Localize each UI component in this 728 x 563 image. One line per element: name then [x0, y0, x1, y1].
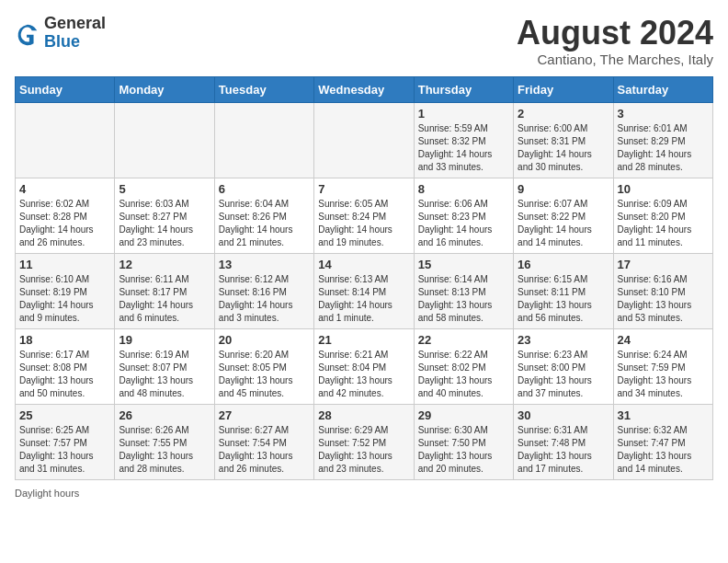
day-number: 8 [418, 182, 509, 196]
day-info: Sunrise: 6:21 AM Sunset: 8:04 PM Dayligh… [318, 349, 409, 400]
day-number: 31 [618, 408, 709, 422]
day-info: Sunrise: 6:09 AM Sunset: 8:20 PM Dayligh… [618, 198, 709, 249]
day-info: Sunrise: 6:07 AM Sunset: 8:22 PM Dayligh… [518, 198, 609, 249]
logo-general: General [44, 15, 106, 33]
day-info: Sunrise: 6:19 AM Sunset: 8:07 PM Dayligh… [119, 349, 210, 400]
week-row-5: 25Sunrise: 6:25 AM Sunset: 7:57 PM Dayli… [16, 404, 713, 479]
day-number: 22 [418, 333, 509, 347]
footer-daylight: Daylight hours [15, 488, 713, 499]
calendar-cell: 22Sunrise: 6:22 AM Sunset: 8:02 PM Dayli… [414, 328, 513, 404]
calendar-cell: 23Sunrise: 6:23 AM Sunset: 8:00 PM Dayli… [514, 328, 613, 404]
day-info: Sunrise: 6:31 AM Sunset: 7:48 PM Dayligh… [518, 424, 609, 476]
calendar-cell: 20Sunrise: 6:20 AM Sunset: 8:05 PM Dayli… [214, 328, 313, 404]
weekday-header-thursday: Thursday [414, 76, 513, 102]
day-number: 14 [318, 258, 409, 271]
calendar-cell: 5Sunrise: 6:03 AM Sunset: 8:27 PM Daylig… [115, 178, 214, 253]
day-number: 5 [119, 182, 210, 196]
weekday-header-row: SundayMondayTuesdayWednesdayThursdayFrid… [16, 76, 713, 102]
day-number: 29 [418, 408, 509, 422]
day-number: 24 [618, 333, 709, 347]
day-number: 18 [19, 333, 110, 347]
day-info: Sunrise: 6:03 AM Sunset: 8:27 PM Dayligh… [119, 198, 210, 249]
calendar-cell: 11Sunrise: 6:10 AM Sunset: 8:19 PM Dayli… [16, 253, 115, 328]
calendar-cell: 7Sunrise: 6:05 AM Sunset: 8:24 PM Daylig… [314, 178, 414, 253]
day-number: 11 [19, 258, 110, 271]
day-number: 30 [518, 408, 609, 422]
day-number: 6 [219, 182, 310, 196]
day-info: Sunrise: 6:04 AM Sunset: 8:26 PM Dayligh… [219, 198, 310, 249]
weekday-header-sunday: Sunday [16, 76, 115, 102]
day-number: 7 [318, 182, 409, 196]
logo: General Blue [15, 15, 106, 52]
day-number: 12 [119, 258, 210, 271]
day-number: 17 [618, 258, 709, 271]
calendar-cell: 21Sunrise: 6:21 AM Sunset: 8:04 PM Dayli… [314, 328, 414, 404]
day-info: Sunrise: 6:32 AM Sunset: 7:47 PM Dayligh… [618, 424, 709, 476]
day-info: Sunrise: 6:23 AM Sunset: 8:00 PM Dayligh… [518, 349, 609, 400]
location-subtitle: Cantiano, The Marches, Italy [517, 52, 713, 67]
day-number: 28 [318, 408, 409, 422]
day-number: 2 [518, 107, 609, 121]
day-info: Sunrise: 6:01 AM Sunset: 8:29 PM Dayligh… [618, 122, 709, 174]
calendar-cell [115, 102, 214, 178]
day-info: Sunrise: 6:14 AM Sunset: 8:13 PM Dayligh… [418, 273, 509, 325]
day-info: Sunrise: 6:00 AM Sunset: 8:31 PM Dayligh… [518, 122, 609, 174]
day-number: 15 [418, 258, 509, 271]
week-row-3: 11Sunrise: 6:10 AM Sunset: 8:19 PM Dayli… [16, 253, 713, 328]
calendar-cell: 25Sunrise: 6:25 AM Sunset: 7:57 PM Dayli… [16, 404, 115, 479]
weekday-header-saturday: Saturday [613, 76, 712, 102]
calendar-cell: 3Sunrise: 6:01 AM Sunset: 8:29 PM Daylig… [613, 102, 712, 178]
day-info: Sunrise: 6:10 AM Sunset: 8:19 PM Dayligh… [19, 273, 110, 325]
calendar-cell: 4Sunrise: 6:02 AM Sunset: 8:28 PM Daylig… [16, 178, 115, 253]
day-info: Sunrise: 6:25 AM Sunset: 7:57 PM Dayligh… [19, 424, 110, 476]
weekday-header-monday: Monday [115, 76, 214, 102]
day-info: Sunrise: 6:16 AM Sunset: 8:10 PM Dayligh… [618, 273, 709, 325]
week-row-4: 18Sunrise: 6:17 AM Sunset: 8:08 PM Dayli… [16, 328, 713, 404]
day-info: Sunrise: 6:22 AM Sunset: 8:02 PM Dayligh… [418, 349, 509, 400]
day-number: 25 [19, 408, 110, 422]
logo-blue: Blue [44, 33, 106, 52]
daylight-label: Daylight hours [15, 488, 79, 499]
calendar-cell: 9Sunrise: 6:07 AM Sunset: 8:22 PM Daylig… [514, 178, 613, 253]
day-number: 27 [219, 408, 310, 422]
page-header: General Blue August 2024 Cantiano, The M… [15, 15, 713, 67]
day-info: Sunrise: 6:12 AM Sunset: 8:16 PM Dayligh… [219, 273, 310, 325]
calendar-cell: 30Sunrise: 6:31 AM Sunset: 7:48 PM Dayli… [514, 404, 613, 479]
calendar-cell: 17Sunrise: 6:16 AM Sunset: 8:10 PM Dayli… [613, 253, 712, 328]
day-info: Sunrise: 6:15 AM Sunset: 8:11 PM Dayligh… [518, 273, 609, 325]
calendar-cell: 2Sunrise: 6:00 AM Sunset: 8:31 PM Daylig… [514, 102, 613, 178]
day-number: 20 [219, 333, 310, 347]
calendar-cell: 8Sunrise: 6:06 AM Sunset: 8:23 PM Daylig… [414, 178, 513, 253]
day-number: 1 [418, 107, 509, 121]
calendar-cell: 19Sunrise: 6:19 AM Sunset: 8:07 PM Dayli… [115, 328, 214, 404]
calendar-cell: 12Sunrise: 6:11 AM Sunset: 8:17 PM Dayli… [115, 253, 214, 328]
day-info: Sunrise: 6:05 AM Sunset: 8:24 PM Dayligh… [318, 198, 409, 249]
day-number: 3 [618, 107, 709, 121]
day-info: Sunrise: 6:11 AM Sunset: 8:17 PM Dayligh… [119, 273, 210, 325]
day-info: Sunrise: 6:24 AM Sunset: 7:59 PM Dayligh… [618, 349, 709, 400]
weekday-header-wednesday: Wednesday [314, 76, 414, 102]
day-info: Sunrise: 5:59 AM Sunset: 8:32 PM Dayligh… [418, 122, 509, 174]
day-number: 26 [119, 408, 210, 422]
calendar-cell: 18Sunrise: 6:17 AM Sunset: 8:08 PM Dayli… [16, 328, 115, 404]
day-info: Sunrise: 6:27 AM Sunset: 7:54 PM Dayligh… [219, 424, 310, 476]
calendar-cell: 1Sunrise: 5:59 AM Sunset: 8:32 PM Daylig… [414, 102, 513, 178]
month-year-title: August 2024 [517, 15, 713, 52]
logo-icon [15, 20, 40, 46]
day-info: Sunrise: 6:06 AM Sunset: 8:23 PM Dayligh… [418, 198, 509, 249]
calendar-table: SundayMondayTuesdayWednesdayThursdayFrid… [15, 76, 713, 480]
day-info: Sunrise: 6:30 AM Sunset: 7:50 PM Dayligh… [418, 424, 509, 476]
calendar-cell [16, 102, 115, 178]
day-number: 4 [19, 182, 110, 196]
day-number: 9 [518, 182, 609, 196]
calendar-cell [314, 102, 414, 178]
day-number: 21 [318, 333, 409, 347]
day-number: 10 [618, 182, 709, 196]
calendar-cell: 28Sunrise: 6:29 AM Sunset: 7:52 PM Dayli… [314, 404, 414, 479]
day-info: Sunrise: 6:20 AM Sunset: 8:05 PM Dayligh… [219, 349, 310, 400]
calendar-cell: 16Sunrise: 6:15 AM Sunset: 8:11 PM Dayli… [514, 253, 613, 328]
day-info: Sunrise: 6:17 AM Sunset: 8:08 PM Dayligh… [19, 349, 110, 400]
week-row-2: 4Sunrise: 6:02 AM Sunset: 8:28 PM Daylig… [16, 178, 713, 253]
calendar-cell: 26Sunrise: 6:26 AM Sunset: 7:55 PM Dayli… [115, 404, 214, 479]
week-row-1: 1Sunrise: 5:59 AM Sunset: 8:32 PM Daylig… [16, 102, 713, 178]
